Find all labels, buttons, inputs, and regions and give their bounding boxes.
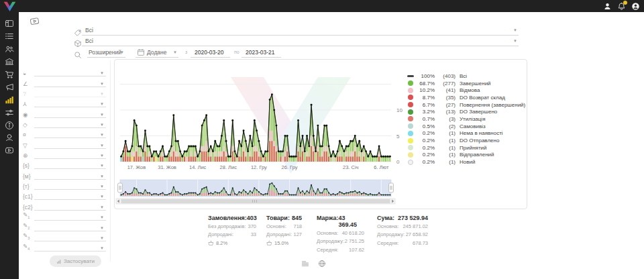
navigator-handle-left[interactable]	[118, 183, 123, 192]
chevron-down-icon: ▼	[100, 71, 104, 75]
legend-dot-swatch	[408, 131, 413, 136]
legend-item-7[interactable]: 0.5%(2)Самовивіз	[408, 123, 523, 130]
status-filter-select[interactable]: Всі ▼	[82, 25, 519, 36]
product-filter-select[interactable]: Всі ▼	[82, 36, 519, 46]
pencil-4-icon: ✎4	[23, 243, 34, 252]
user-icon[interactable]	[603, 2, 612, 11]
filter-panel: ◒▼∠▼?▼Y▼◉▼◇▼¤▼▽▼⊕▼{s}▼{м}▼{т}▼{с1}▼{с2}▼…	[23, 66, 106, 252]
stat-sub-value: 370	[248, 223, 256, 229]
sidebar-item-video-tutorials[interactable]	[0, 144, 19, 157]
filter-row-planet: ◒▼	[23, 66, 106, 76]
legend-label: Відмова	[460, 87, 480, 93]
stat-sub-value: 2 751.25	[345, 238, 364, 244]
token-c2-select[interactable]: ▼	[34, 203, 106, 211]
x-axis-label: 28. Лис	[220, 164, 237, 170]
cart-icon	[5, 70, 14, 79]
sidebar-item-statistics[interactable]	[0, 93, 19, 106]
panel-divider	[110, 60, 111, 262]
stat-sub-label: Допродані:	[266, 231, 292, 237]
funnel-icon: ▽	[23, 142, 34, 149]
sidebar-item-cart[interactable]	[0, 68, 19, 81]
apply-button-label: Застосувати	[64, 258, 95, 264]
legend-item-1[interactable]: 68.7%(277)Завершений	[408, 80, 523, 87]
sidebar-item-customers[interactable]	[0, 43, 19, 56]
topbar-actions	[603, 1, 640, 11]
legend-item-12[interactable]: 0.2%(1)Новий	[408, 158, 523, 166]
legend-count: (3)	[435, 116, 455, 122]
token-c1-select[interactable]: ▼	[34, 192, 106, 200]
date-to-input[interactable]: 2023-03-21	[241, 48, 281, 58]
chevron-down-icon: ▼	[100, 194, 104, 199]
pencil-4-select[interactable]: ▼	[34, 243, 106, 252]
stat-sub-label: Основна:	[317, 230, 338, 236]
stat-basket-percent: 15.0%	[274, 240, 288, 246]
date-from-input[interactable]: 2020-03-20	[191, 48, 230, 58]
pencil-3-icon: ✎3	[23, 232, 34, 241]
x-axis-label: 26. Гру	[282, 164, 298, 170]
legend-percent: 0.2%	[413, 159, 435, 165]
legend-item-9[interactable]: 0.2%(1)DO Отправлено	[408, 137, 523, 144]
chevron-down-icon: ▼	[100, 226, 104, 230]
notifications-icon[interactable]	[617, 2, 626, 11]
navigator-handle-right[interactable]	[389, 183, 394, 192]
legend-item-6[interactable]: 0.7%(3)Утилізація	[408, 115, 523, 123]
sidebar-item-marketplace[interactable]	[0, 56, 19, 68]
chart-scrollbar-thumb[interactable]	[121, 199, 390, 203]
stat-sub-value: 33	[251, 231, 256, 237]
chevron-down-icon: ▼	[100, 215, 104, 219]
y-axis-label: 0	[396, 159, 400, 165]
legend-item-5[interactable]: 3.2%(13)DO Завершено	[408, 108, 523, 115]
planet-select[interactable]: ▼	[34, 68, 106, 76]
legend-item-0[interactable]: 100%(403)Всі	[408, 72, 523, 80]
hierarchy-select[interactable]: ▼	[34, 99, 106, 107]
avatar-icon[interactable]	[631, 2, 640, 11]
cube-select[interactable]: ▼	[34, 120, 106, 128]
ruler-select[interactable]: ▼	[34, 79, 106, 87]
fingerprint-select[interactable]: ▼	[34, 110, 106, 118]
legend-dot-swatch	[408, 152, 413, 158]
stat-sub-label: Основні:	[266, 223, 286, 229]
sidebar-item-hand-box[interactable]	[0, 131, 19, 144]
legend-dot-swatch	[408, 109, 413, 115]
token-m-select[interactable]: ▼	[34, 172, 106, 180]
app-logo-icon[interactable]	[3, 1, 17, 11]
ruler-icon: ∠	[23, 80, 34, 87]
token-s-select[interactable]: ▼	[34, 161, 106, 169]
stat-value: 43 369.45	[338, 215, 364, 228]
sidebar-item-dashboard[interactable]	[0, 17, 19, 30]
apply-button[interactable]: Застосувати	[50, 256, 101, 267]
sidebar-item-announcements[interactable]	[0, 80, 19, 93]
legend-count: (1)	[435, 152, 455, 158]
x-axis-label: 17. Жов	[127, 164, 146, 170]
question-select[interactable]: ▼	[34, 89, 106, 97]
money-select[interactable]: ▼	[34, 130, 106, 138]
legend-percent: 68.7%	[413, 80, 435, 87]
search-icon[interactable]	[74, 50, 82, 58]
legend-item-8[interactable]: 0.2%(1)Нема в наявності	[408, 130, 523, 137]
globe-select[interactable]: ▼	[34, 151, 106, 159]
sidebar-item-info[interactable]	[0, 119, 19, 131]
date-field-select[interactable]: Додане ▼	[136, 48, 178, 58]
globe-icon[interactable]	[318, 258, 326, 266]
sidebar-item-settings-sliders[interactable]	[0, 106, 19, 119]
legend-item-3[interactable]: 8.7%(35)DO Возврат склад	[408, 94, 523, 101]
filter-row-funnel: ▽▼	[23, 138, 106, 148]
pencil-2-select[interactable]: ▼	[34, 223, 106, 231]
legend-count: (403)	[435, 73, 455, 79]
sidebar-item-orders-list[interactable]	[0, 30, 19, 43]
search-mode-select[interactable]: Розширений ▼	[87, 48, 125, 58]
filter-row-ruler: ∠▼	[23, 76, 106, 87]
video-play-icon[interactable]	[28, 15, 42, 27]
funnel-select[interactable]: ▼	[34, 141, 106, 149]
summary-list-icon[interactable]	[301, 258, 309, 266]
token-t-select[interactable]: ▼	[34, 182, 106, 190]
legend-item-2[interactable]: 10.2%(41)Відмова	[408, 87, 523, 94]
legend-item-11[interactable]: 0.2%(1)Відправлений	[408, 152, 523, 159]
pencil-3-select[interactable]: ▼	[34, 233, 106, 241]
customers-icon	[5, 44, 14, 54]
legend-item-4[interactable]: 6.7%(27)Повернення (завершений)	[408, 101, 523, 109]
legend-item-10[interactable]: 0.2%(1)Прийнятий	[408, 144, 523, 152]
filter-row-globe: ⊕▼	[23, 149, 106, 159]
tags-icon	[74, 27, 82, 36]
pencil-1-select[interactable]: ▼	[34, 213, 106, 221]
